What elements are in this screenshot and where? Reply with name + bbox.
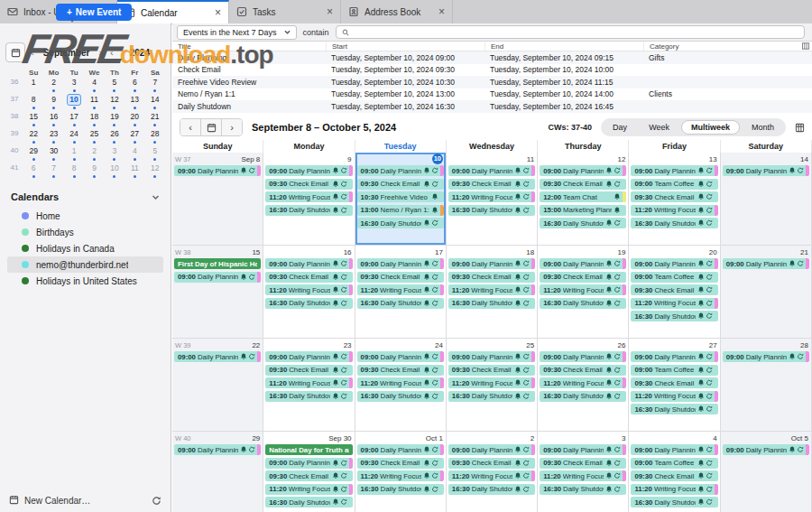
calendar-event[interactable]: 09:00Daily Planning — [357, 258, 444, 269]
calendar-event[interactable]: 09:00Team Coffee ... — [631, 365, 717, 376]
calendar-event[interactable]: 16:30Daily Shutdown — [357, 298, 444, 309]
day-cell[interactable]: 2009:00Daily Planning09:00Team Coffee ..… — [629, 246, 720, 339]
day-cell[interactable]: W 392209:00Daily Planning — [172, 339, 263, 432]
day-cell[interactable]: Oct 109:00Daily Planning09:30Check Email… — [355, 432, 447, 512]
calendar-list-item[interactable]: Holidays in United States — [7, 273, 163, 289]
calendar-event[interactable]: 09:00Team Coffee ... — [631, 179, 717, 190]
day-cell[interactable]: 2609:00Daily Planning09:30Check Email11:… — [538, 339, 629, 432]
calendar-event[interactable]: 09:30Check Email — [631, 470, 717, 481]
calendar-list-item[interactable]: Home — [7, 208, 163, 224]
calendar-event[interactable]: 11:20Writing Focus — [631, 484, 717, 495]
calendar-event[interactable]: 11:20Writing Focus — [448, 191, 535, 202]
minical-day[interactable]: 15 — [23, 111, 43, 126]
day-cell[interactable]: 2509:00Daily Planning09:30Check Email11:… — [447, 339, 538, 432]
table-row[interactable]: Daily ShutdownTuesday, September 10, 202… — [172, 100, 812, 113]
calendar-event[interactable]: 10:30Freehive Video R... — [357, 191, 444, 202]
minical-today-button[interactable] — [5, 42, 25, 62]
calendar-list-item[interactable]: Birthdays — [7, 224, 163, 240]
minical-day[interactable]: 27 — [125, 128, 144, 144]
minical-day[interactable]: 6 — [23, 163, 43, 178]
column-header-title[interactable]: Title — [172, 42, 326, 51]
calendar-event[interactable]: 16:30Daily Shutdown — [265, 497, 352, 507]
minical-day[interactable]: 4 — [125, 145, 144, 161]
close-icon[interactable]: × — [438, 6, 445, 17]
new-event-button[interactable]: +New Event — [56, 4, 132, 21]
calendar-event[interactable]: 16:30Daily Shutdown — [540, 298, 626, 309]
day-cell[interactable]: W 402909:00Daily Planning — [172, 432, 263, 512]
minical-day[interactable]: 10 — [105, 163, 125, 178]
day-cell[interactable]: 1809:00Daily Planning09:30Check Email11:… — [447, 246, 538, 339]
calendar-event[interactable]: 11:20Writing Focus — [448, 377, 535, 388]
calendar-event[interactable]: 16:30Daily Shutdown — [540, 484, 626, 495]
minical-day[interactable]: 1 — [64, 145, 84, 161]
calendar-event[interactable]: 09:30Check Email — [540, 272, 626, 283]
minical-day[interactable]: 8 — [64, 163, 84, 178]
calendar-event[interactable]: 09:00Daily Planning — [448, 258, 535, 269]
calendar-event[interactable]: 11:20Writing Focus — [540, 470, 626, 481]
calendar-event[interactable]: 09:00Daily Planning — [448, 444, 535, 455]
tab-calendar[interactable]: Calendar × — [117, 0, 229, 23]
calendar-event[interactable]: 09:00Daily Planning — [174, 272, 261, 283]
minical-day[interactable]: 2 — [84, 145, 104, 161]
calendar-event[interactable]: 16:30Daily Shutdown — [265, 205, 352, 216]
calendar-event[interactable]: 09:00Daily Planning — [448, 165, 535, 176]
calendar-event[interactable]: 09:00Team Coffee ... — [631, 272, 717, 283]
calendar-event[interactable]: 13:00Nemo / Ryan 1:1 — [357, 205, 444, 216]
minical-day[interactable]: 26 — [105, 128, 125, 144]
today-calendar-button[interactable] — [201, 119, 222, 135]
calendar-event[interactable]: 09:30Check Email — [540, 365, 626, 376]
minical-day[interactable]: 21 — [145, 111, 165, 126]
calendar-event[interactable]: 09:00Daily Planning — [174, 351, 261, 362]
minical-day[interactable]: 3 — [64, 77, 84, 92]
calendar-event[interactable]: National Day for Truth and ... — [265, 444, 352, 455]
day-cell[interactable]: 909:00Daily Planning09:30Check Email11:2… — [263, 153, 355, 246]
calendar-event[interactable]: 09:00Daily Planning — [357, 165, 444, 176]
calendar-event[interactable]: 16:30Daily Shutdown — [631, 218, 717, 228]
new-calendar-button[interactable]: New Calendar… — [24, 496, 90, 506]
minical-day[interactable]: 3 — [105, 145, 125, 161]
close-icon[interactable]: × — [327, 6, 333, 17]
minical-day[interactable]: 17 — [64, 111, 84, 126]
minical-day[interactable]: 29 — [23, 145, 43, 161]
day-cell[interactable]: 409:00Daily Planning09:00Team Coffee ...… — [629, 432, 720, 512]
calendar-list-item[interactable]: Holidays in Canada — [7, 240, 163, 256]
search-input[interactable] — [353, 28, 798, 37]
calendar-event[interactable]: 16:30Daily Shutdown — [631, 404, 717, 414]
day-cell[interactable]: 1709:00Daily Planning09:30Check Email11:… — [355, 246, 447, 339]
calendar-event[interactable]: 09:30Check Email — [448, 458, 535, 469]
minical-day[interactable]: 7 — [145, 77, 165, 92]
calendar-event[interactable]: 11:20Writing Focus — [448, 470, 535, 481]
column-header-end[interactable]: End — [484, 42, 643, 51]
view-day-button[interactable]: Day — [603, 120, 637, 135]
minical-day[interactable]: 30 — [43, 145, 63, 161]
calendar-event[interactable]: 11:20Writing Focus — [448, 284, 535, 295]
search-box[interactable] — [336, 25, 805, 39]
rotate-view-icon[interactable] — [795, 123, 805, 133]
calendar-event[interactable]: 09:00Daily Planning — [631, 165, 717, 176]
calendar-event[interactable]: 09:00Daily Planning — [174, 444, 261, 455]
calendar-event[interactable]: 16:30Daily Shutdown — [448, 484, 535, 495]
calendar-event[interactable]: 09:00Daily Planning — [540, 351, 626, 362]
minical-day[interactable]: 28 — [145, 128, 165, 144]
calendar-event[interactable]: 11:20Writing Focus — [631, 205, 717, 216]
day-cell[interactable]: 1009:00Daily Planning09:30Check Email10:… — [355, 153, 447, 246]
minical-day[interactable]: 1 — [23, 77, 43, 92]
calendar-event[interactable]: 11:20Writing Focus — [540, 284, 626, 295]
day-cell[interactable]: 2709:00Daily Planning09:00Team Coffee ..… — [629, 339, 720, 432]
calendar-event[interactable]: 09:30Check Email — [631, 377, 717, 388]
calendar-event[interactable]: 09:30Check Email — [265, 272, 352, 283]
calendar-event[interactable]: 09:30Check Email — [357, 179, 444, 190]
calendar-event[interactable]: 09:00Daily Planning — [631, 444, 717, 455]
minical-day[interactable]: 23 — [43, 128, 63, 144]
calendar-event[interactable]: 09:30Check Email — [265, 470, 352, 481]
minical-day[interactable]: 12 — [145, 163, 165, 178]
day-cell[interactable]: 1609:00Daily Planning09:30Check Email11:… — [263, 246, 355, 339]
calendar-event[interactable]: 09:30Check Email — [631, 191, 717, 202]
minical-day[interactable]: 5 — [145, 145, 165, 161]
calendar-event[interactable]: 09:30Check Email — [357, 272, 444, 283]
calendar-event[interactable]: 16:30Daily Shutdown — [631, 497, 717, 507]
day-cell[interactable]: 1109:00Daily Planning09:30Check Email11:… — [447, 153, 538, 246]
minical-day[interactable]: 13 — [125, 94, 144, 109]
minical-day[interactable]: 2 — [43, 77, 63, 92]
minical-day[interactable]: 14 — [145, 94, 165, 109]
